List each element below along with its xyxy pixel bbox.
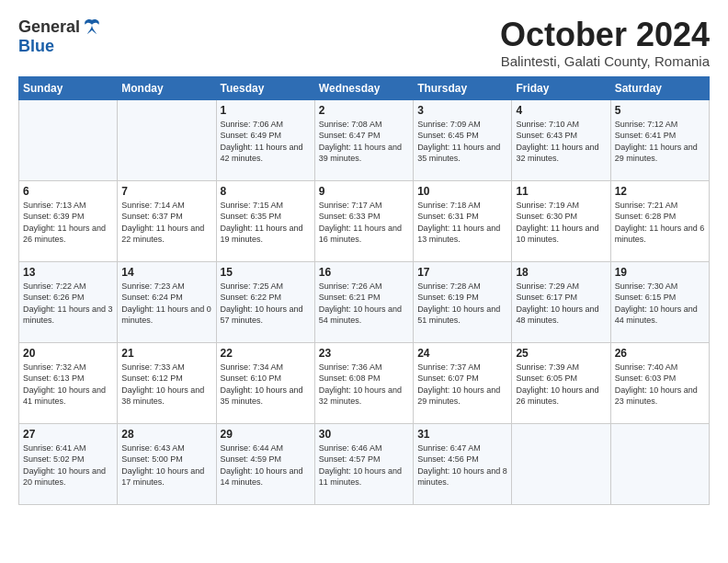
day-info: Sunrise: 7:21 AMSunset: 6:28 PMDaylight:… (615, 200, 705, 246)
day-info: Sunrise: 7:33 AMSunset: 6:12 PMDaylight:… (121, 362, 211, 408)
calendar-cell: 15Sunrise: 7:25 AMSunset: 6:22 PMDayligh… (216, 261, 314, 342)
day-number: 19 (615, 266, 705, 279)
day-number: 3 (417, 104, 507, 117)
calendar-cell: 16Sunrise: 7:26 AMSunset: 6:21 PMDayligh… (314, 261, 413, 342)
day-info: Sunrise: 6:47 AMSunset: 4:56 PMDaylight:… (417, 442, 507, 488)
day-info: Sunrise: 6:46 AMSunset: 4:57 PMDaylight:… (319, 442, 409, 488)
calendar-cell: 23Sunrise: 7:36 AMSunset: 6:08 PMDayligh… (314, 342, 413, 423)
day-info: Sunrise: 7:13 AMSunset: 6:39 PMDaylight:… (23, 200, 113, 246)
logo: General Blue (18, 17, 102, 56)
day-info: Sunrise: 7:12 AMSunset: 6:41 PMDaylight:… (615, 119, 705, 165)
day-info: Sunrise: 7:09 AMSunset: 6:45 PMDaylight:… (417, 119, 507, 165)
calendar-cell: 8Sunrise: 7:15 AMSunset: 6:35 PMDaylight… (216, 180, 314, 261)
calendar-week-2: 6Sunrise: 7:13 AMSunset: 6:39 PMDaylight… (19, 180, 710, 261)
day-number: 7 (121, 185, 211, 198)
day-info: Sunrise: 7:19 AMSunset: 6:30 PMDaylight:… (516, 200, 606, 246)
calendar-cell: 28Sunrise: 6:43 AMSunset: 5:00 PMDayligh… (118, 423, 216, 504)
day-info: Sunrise: 7:18 AMSunset: 6:31 PMDaylight:… (417, 200, 507, 246)
day-number: 30 (319, 428, 409, 441)
day-number: 27 (23, 428, 113, 441)
calendar-week-3: 13Sunrise: 7:22 AMSunset: 6:26 PMDayligh… (19, 261, 710, 342)
day-number: 2 (319, 104, 409, 117)
calendar-cell: 22Sunrise: 7:34 AMSunset: 6:10 PMDayligh… (216, 342, 314, 423)
day-info: Sunrise: 7:30 AMSunset: 6:15 PMDaylight:… (615, 281, 705, 327)
day-number: 6 (23, 185, 113, 198)
calendar-cell: 14Sunrise: 7:23 AMSunset: 6:24 PMDayligh… (118, 261, 216, 342)
day-number: 26 (615, 347, 705, 360)
day-info: Sunrise: 7:08 AMSunset: 6:47 PMDaylight:… (319, 119, 409, 165)
header-saturday: Saturday (610, 76, 709, 99)
day-info: Sunrise: 7:40 AMSunset: 6:03 PMDaylight:… (615, 362, 705, 408)
day-number: 4 (516, 104, 606, 117)
day-number: 8 (221, 185, 311, 198)
calendar-week-4: 20Sunrise: 7:32 AMSunset: 6:13 PMDayligh… (19, 342, 710, 423)
day-number: 11 (516, 185, 606, 198)
day-info: Sunrise: 7:06 AMSunset: 6:49 PMDaylight:… (221, 119, 311, 165)
calendar-cell: 29Sunrise: 6:44 AMSunset: 4:59 PMDayligh… (216, 423, 314, 504)
calendar-cell: 10Sunrise: 7:18 AMSunset: 6:31 PMDayligh… (414, 180, 512, 261)
day-info: Sunrise: 6:43 AMSunset: 5:00 PMDaylight:… (121, 442, 211, 488)
calendar-cell: 30Sunrise: 6:46 AMSunset: 4:57 PMDayligh… (314, 423, 413, 504)
calendar-cell: 6Sunrise: 7:13 AMSunset: 6:39 PMDaylight… (19, 180, 118, 261)
day-number: 16 (319, 266, 409, 279)
day-info: Sunrise: 7:10 AMSunset: 6:43 PMDaylight:… (516, 119, 606, 165)
day-number: 22 (221, 347, 311, 360)
calendar-cell: 9Sunrise: 7:17 AMSunset: 6:33 PMDaylight… (314, 180, 413, 261)
page: General Blue October 2024 Balintesti, Ga… (0, 0, 728, 514)
calendar-cell: 20Sunrise: 7:32 AMSunset: 6:13 PMDayligh… (19, 342, 118, 423)
calendar-cell: 1Sunrise: 7:06 AMSunset: 6:49 PMDaylight… (216, 99, 314, 180)
header-friday: Friday (512, 76, 610, 99)
day-info: Sunrise: 6:41 AMSunset: 5:02 PMDaylight:… (23, 442, 113, 488)
day-number: 1 (221, 104, 311, 117)
day-info: Sunrise: 7:17 AMSunset: 6:33 PMDaylight:… (319, 200, 409, 246)
header-monday: Monday (118, 76, 216, 99)
header-row: Sunday Monday Tuesday Wednesday Thursday… (19, 76, 710, 99)
calendar-table: Sunday Monday Tuesday Wednesday Thursday… (18, 76, 710, 505)
header: General Blue October 2024 Balintesti, Ga… (18, 17, 710, 69)
calendar-week-1: 1Sunrise: 7:06 AMSunset: 6:49 PMDaylight… (19, 99, 710, 180)
calendar-cell: 4Sunrise: 7:10 AMSunset: 6:43 PMDaylight… (512, 99, 610, 180)
calendar-body: 1Sunrise: 7:06 AMSunset: 6:49 PMDaylight… (19, 99, 710, 504)
logo-general-text: General (18, 17, 80, 37)
day-number: 21 (121, 347, 211, 360)
header-wednesday: Wednesday (314, 76, 413, 99)
day-info: Sunrise: 7:36 AMSunset: 6:08 PMDaylight:… (319, 362, 409, 408)
calendar-cell: 26Sunrise: 7:40 AMSunset: 6:03 PMDayligh… (610, 342, 709, 423)
calendar-cell (118, 99, 216, 180)
calendar-cell: 17Sunrise: 7:28 AMSunset: 6:19 PMDayligh… (414, 261, 512, 342)
day-number: 12 (615, 185, 705, 198)
day-info: Sunrise: 7:26 AMSunset: 6:21 PMDaylight:… (319, 281, 409, 327)
header-tuesday: Tuesday (216, 76, 314, 99)
day-info: Sunrise: 7:37 AMSunset: 6:07 PMDaylight:… (417, 362, 507, 408)
day-number: 18 (516, 266, 606, 279)
day-number: 31 (417, 428, 507, 441)
calendar-header: Sunday Monday Tuesday Wednesday Thursday… (19, 76, 710, 99)
calendar-cell: 25Sunrise: 7:39 AMSunset: 6:05 PMDayligh… (512, 342, 610, 423)
day-info: Sunrise: 7:34 AMSunset: 6:10 PMDaylight:… (221, 362, 311, 408)
day-number: 17 (417, 266, 507, 279)
day-number: 25 (516, 347, 606, 360)
calendar-cell (610, 423, 709, 504)
logo-top: General (18, 17, 102, 37)
calendar-cell: 12Sunrise: 7:21 AMSunset: 6:28 PMDayligh… (610, 180, 709, 261)
calendar-cell: 31Sunrise: 6:47 AMSunset: 4:56 PMDayligh… (414, 423, 512, 504)
day-info: Sunrise: 7:28 AMSunset: 6:19 PMDaylight:… (417, 281, 507, 327)
logo-bird-icon (82, 17, 102, 37)
day-info: Sunrise: 7:22 AMSunset: 6:26 PMDaylight:… (23, 281, 113, 327)
calendar-cell (512, 423, 610, 504)
calendar-cell: 11Sunrise: 7:19 AMSunset: 6:30 PMDayligh… (512, 180, 610, 261)
day-number: 9 (319, 185, 409, 198)
calendar-cell: 24Sunrise: 7:37 AMSunset: 6:07 PMDayligh… (414, 342, 512, 423)
day-number: 29 (221, 428, 311, 441)
day-info: Sunrise: 7:14 AMSunset: 6:37 PMDaylight:… (121, 200, 211, 246)
calendar-cell: 18Sunrise: 7:29 AMSunset: 6:17 PMDayligh… (512, 261, 610, 342)
day-info: Sunrise: 6:44 AMSunset: 4:59 PMDaylight:… (221, 442, 311, 488)
day-number: 23 (319, 347, 409, 360)
day-info: Sunrise: 7:39 AMSunset: 6:05 PMDaylight:… (516, 362, 606, 408)
day-info: Sunrise: 7:29 AMSunset: 6:17 PMDaylight:… (516, 281, 606, 327)
day-number: 24 (417, 347, 507, 360)
day-number: 14 (121, 266, 211, 279)
calendar-cell: 21Sunrise: 7:33 AMSunset: 6:12 PMDayligh… (118, 342, 216, 423)
calendar-cell: 27Sunrise: 6:41 AMSunset: 5:02 PMDayligh… (19, 423, 118, 504)
title-block: October 2024 Balintesti, Galati County, … (500, 17, 710, 69)
